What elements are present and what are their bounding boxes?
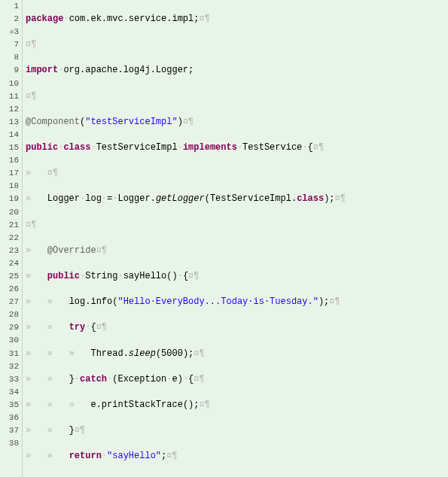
- line-number: 35: [0, 399, 19, 412]
- code-line[interactable]: ¤¶: [26, 90, 448, 103]
- code-editor[interactable]: package·com.ek.mvc.service.impl;¤¶ ¤¶ im…: [23, 0, 448, 477]
- line-number: 15: [0, 141, 19, 154]
- line-number: 1: [0, 0, 19, 13]
- line-number: 12: [0, 103, 19, 116]
- line-number: 9: [0, 64, 19, 77]
- line-number: 33: [0, 373, 19, 386]
- code-line[interactable]: import·org.apache.log4j.Logger;: [26, 64, 448, 77]
- code-line[interactable]: » » log.info("Hello·EveryBody...Today·is…: [26, 296, 448, 308]
- line-number: 11: [0, 90, 19, 103]
- line-number: 20: [0, 206, 19, 219]
- line-number: 18: [0, 180, 19, 193]
- code-line[interactable]: public·class·TestServiceImpl·implements·…: [26, 141, 448, 154]
- code-line[interactable]: » @Override¤¶: [26, 245, 448, 257]
- line-number: 14: [0, 129, 19, 141]
- line-number: 22: [0, 232, 19, 245]
- line-number: ⊕3: [0, 26, 19, 38]
- code-line[interactable]: » ¤¶: [26, 167, 448, 180]
- code-line[interactable]: @Component("testServiceImpl")¤¶: [26, 116, 448, 129]
- line-number: 26: [0, 283, 19, 296]
- line-number: 13: [0, 116, 19, 129]
- line-number: 27: [0, 296, 19, 308]
- line-number: 28: [0, 308, 19, 321]
- line-number: 7: [0, 38, 19, 51]
- line-number: 31: [0, 348, 19, 360]
- line-number: 38: [0, 437, 19, 450]
- line-number: 30: [0, 334, 19, 347]
- line-number-gutter: 1 2 ⊕3 7 8 9 10 11 12 13 14 15 16 17 18 …: [0, 0, 23, 477]
- line-number: 37: [0, 424, 19, 437]
- code-line[interactable]: ¤¶: [26, 38, 448, 51]
- line-number: 10: [0, 77, 19, 90]
- line-number: 16: [0, 154, 19, 167]
- line-number: 23: [0, 245, 19, 257]
- line-number: 21: [0, 219, 19, 232]
- code-line[interactable]: » » » e.printStackTrace();¤¶: [26, 399, 448, 412]
- code-line[interactable]: » » return·"sayHello";¤¶: [26, 450, 448, 463]
- code-line[interactable]: » public·String·sayHello()·{¤¶: [26, 270, 448, 283]
- code-line[interactable]: » » }·catch·(Exception·e)·{¤¶: [26, 373, 448, 386]
- code-line[interactable]: ¤¶: [26, 219, 448, 232]
- line-number: 32: [0, 360, 19, 373]
- line-number: 2: [0, 13, 19, 26]
- code-line[interactable]: » » }¤¶: [26, 424, 448, 437]
- line-number: 29: [0, 321, 19, 334]
- line-number: 25: [0, 270, 19, 283]
- code-line[interactable]: package·com.ek.mvc.service.impl;¤¶: [26, 13, 448, 26]
- line-number: 24: [0, 257, 19, 270]
- code-line[interactable]: » » try·{¤¶: [26, 321, 448, 334]
- code-line[interactable]: » Logger·log·=·Logger.getLogger(TestServ…: [26, 193, 448, 205]
- line-number: 19: [0, 193, 19, 205]
- line-number: 17: [0, 167, 19, 180]
- line-number: 36: [0, 412, 19, 424]
- line-number: 8: [0, 51, 19, 64]
- line-number: 34: [0, 386, 19, 399]
- code-line[interactable]: » » » Thread.sleep(5000);¤¶: [26, 348, 448, 360]
